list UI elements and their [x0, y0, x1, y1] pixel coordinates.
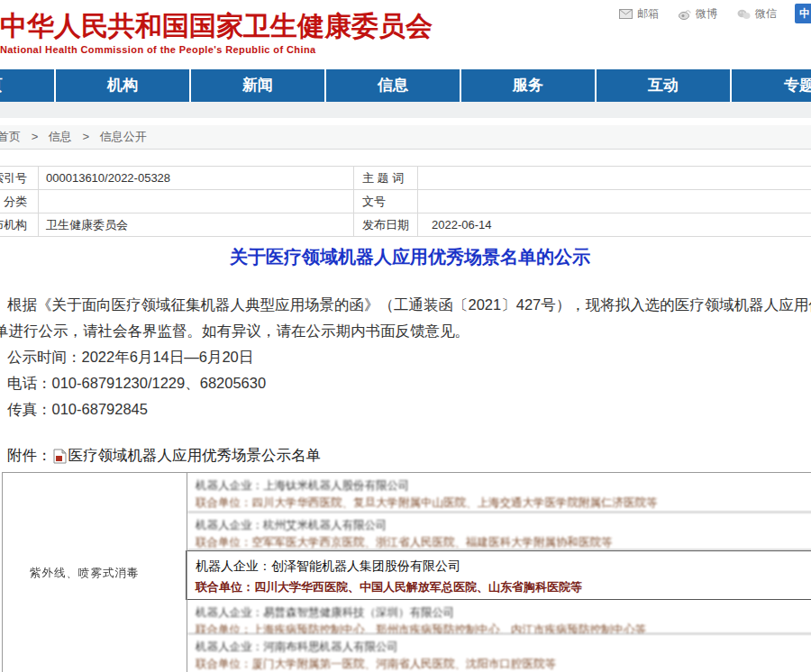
scene-partners: 联合单位：空军军医大学西京医院、浙江省人民医院、福建医科大学附属协和医院等	[196, 534, 811, 550]
publicity-period-line: 公示时间：2022年6月14日—6月20日	[0, 344, 811, 370]
wechat-icon	[737, 9, 751, 20]
weibo-icon	[679, 9, 691, 20]
nav-item-home[interactable]: 首页	[0, 69, 56, 102]
meta-value-pub-date: 2022-06-14	[418, 213, 811, 237]
nav-item-topics[interactable]: 专题	[732, 69, 811, 102]
meta-label-index-no: 索引号	[0, 167, 39, 190]
page-title: 关于医疗领域机器人应用优秀场景名单的公示	[0, 245, 811, 268]
meta-value-index-no: 000013610/2022-05328	[39, 167, 354, 190]
scene-row: 机器人企业：杭州艾米机器人有限公司 联合单位：空军军医大学西京医院、浙江省人民医…	[187, 513, 811, 550]
scene-category-cell: 紫外线、喷雾式消毒	[3, 473, 187, 672]
scene-company: 机器人企业：创泽智能机器人集团股份有限公司	[196, 556, 811, 577]
scene-row: 机器人企业：上海钛米机器人股份有限公司 联合单位：四川大学华西医院、复旦大学附属…	[187, 473, 811, 513]
breadcrumb-separator: >	[82, 130, 89, 143]
scene-company: 机器人企业：杭州艾米机器人有限公司	[196, 517, 811, 534]
article: 关于医疗领域机器人应用优秀场景名单的公示 根据《关于面向医疗领域征集机器人典型应…	[0, 245, 811, 466]
scene-partners: 联合单位：四川大学华西医院、中国人民解放军总医院、山东省胸科医院等	[196, 577, 811, 597]
nav-item-services[interactable]: 服务	[461, 69, 597, 102]
breadcrumb-current: 信息公开	[100, 130, 147, 143]
meta-label-pub-date: 发布日期	[354, 213, 418, 237]
breadcrumb-info[interactable]: 信息	[49, 130, 72, 143]
phone-line: 电话：010-68791230/1229、68205630	[0, 370, 811, 396]
meta-row-category: 分类 文号	[0, 190, 811, 213]
meta-label-subject: 主 题 词	[354, 167, 418, 190]
mail-icon	[619, 9, 633, 19]
main-nav: 首页 机构 新闻 信息 服务 互动 专题	[0, 69, 811, 102]
meta-row-index: 索引号 000013610/2022-05328 主 题 词	[0, 167, 811, 190]
scene-company: 机器人企业：上海钛米机器人股份有限公司	[196, 477, 811, 495]
scene-row-highlighted: 机器人企业：创泽智能机器人集团股份有限公司 联合单位：四川大学华西医院、中国人民…	[186, 550, 811, 600]
wechat-link-label: 微信	[755, 6, 777, 22]
breadcrumb-home[interactable]: 首页	[0, 130, 21, 143]
mail-link[interactable]: 邮箱	[619, 6, 659, 22]
site-title-en: National Health Commission of the People…	[0, 44, 433, 55]
meta-label-doc-no: 文号	[354, 190, 418, 213]
header-links: 邮箱 微博 微信	[619, 6, 777, 22]
scene-rows: 机器人企业：上海钛米机器人股份有限公司 联合单位：四川大学华西医院、复旦大学附属…	[187, 473, 811, 672]
site-title-cn: 中华人民共和国国家卫生健康委员会	[0, 11, 433, 41]
language-button[interactable]: 中	[795, 4, 811, 23]
scene-table: 紫外线、喷雾式消毒 机器人企业：上海钛米机器人股份有限公司 联合单位：四川大学华…	[2, 472, 811, 672]
attachment-line: 附件： 医疗领域机器人应用优秀场景公示名单	[0, 446, 811, 466]
nav-item-interact[interactable]: 互动	[597, 69, 732, 102]
breadcrumb-bar: 首页 > 信息 > 信息公开	[0, 125, 811, 150]
scene-partners: 联合单位：厦门大学附属第一医院、河南省人民医院、沈阳市口腔医院等	[196, 656, 811, 672]
header-divider-band	[0, 102, 811, 118]
fax-line: 传真：010-68792845	[0, 396, 811, 422]
scene-row: 机器人企业：易普森智慧健康科技（深圳）有限公司 联合单位：上海疾病预防控制中心、…	[187, 600, 811, 634]
scene-company: 机器人企业：河南布科思机器人有限公司	[196, 639, 811, 656]
attachment-label: 附件：	[7, 446, 52, 466]
meta-value-doc-no	[418, 190, 811, 213]
attachment-link[interactable]: 医疗领域机器人应用优秀场景公示名单	[68, 446, 322, 466]
scene-partners: 联合单位：上海疾病预防控制中心、郑州市疾病预防控制中心、内江市疾病预防控制中心等	[196, 622, 811, 634]
meta-value-subject	[418, 167, 811, 190]
nav-item-info[interactable]: 信息	[326, 69, 461, 102]
attachment-file-icon	[53, 449, 67, 464]
weibo-link[interactable]: 微博	[679, 6, 717, 22]
meta-label-category: 分类	[0, 190, 39, 213]
meta-label-issuer: 发布机构	[0, 213, 39, 237]
meta-value-issuer: 卫生健康委员会	[39, 213, 354, 237]
weibo-link-label: 微博	[696, 6, 717, 22]
breadcrumb-separator: >	[32, 130, 39, 143]
scene-partners: 联合单位：四川大学华西医院、复旦大学附属中山医院、上海交通大学医学院附属仁济医院…	[196, 495, 811, 512]
mail-link-label: 邮箱	[637, 6, 659, 22]
meta-row-issuer: 发布机构 卫生健康委员会 发布日期 2022-06-14	[0, 213, 811, 237]
nav-item-orgs[interactable]: 机构	[56, 69, 191, 102]
meta-value-category	[39, 190, 354, 213]
site-logo: 中华人民共和国国家卫生健康委员会 National Health Commiss…	[0, 11, 433, 55]
wechat-link[interactable]: 微信	[737, 6, 777, 22]
nav-item-news[interactable]: 新闻	[191, 69, 326, 102]
page: 中华人民共和国国家卫生健康委员会 National Health Commiss…	[0, 0, 811, 672]
document-meta-table: 索引号 000013610/2022-05328 主 题 词 分类 文号 发布机…	[0, 166, 811, 237]
scene-row: 机器人企业：河南布科思机器人有限公司 联合单位：厦门大学附属第一医院、河南省人民…	[187, 634, 811, 672]
scene-company: 机器人企业：易普森智慧健康科技（深圳）有限公司	[196, 604, 811, 622]
breadcrumb: 首页 > 信息 > 信息公开	[0, 125, 150, 149]
article-paragraph: 根据《关于面向医疗领域征集机器人典型应用场景的函》（工通装函〔2021〕427号…	[0, 292, 811, 344]
